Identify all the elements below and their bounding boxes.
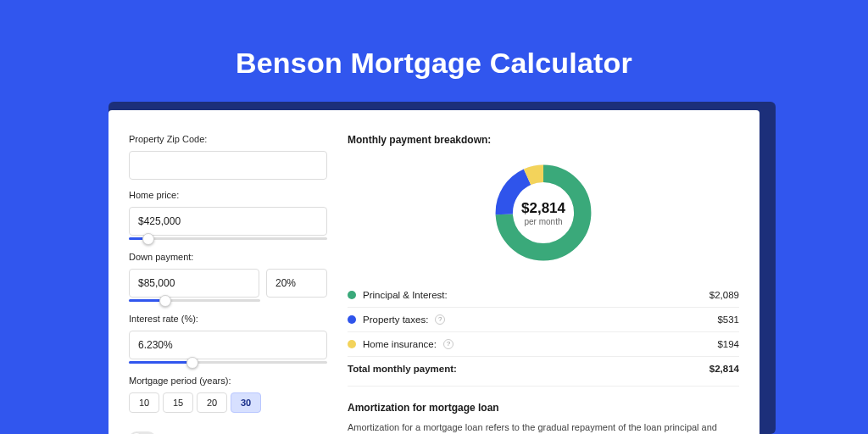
legend-value: $2,089 (709, 290, 739, 300)
legend-row-insurance: Home insurance: ? $194 (348, 331, 739, 356)
period-10-button[interactable]: 10 (129, 392, 159, 413)
legend-value: $531 (717, 314, 739, 325)
page-title: Benson Mortgage Calculator (0, 0, 868, 80)
period-buttons: 10 15 20 30 (129, 392, 327, 413)
calculator-card: Property Zip Code: Home price: Down paym… (108, 110, 760, 434)
dot-icon (348, 340, 356, 348)
zip-input[interactable] (129, 151, 327, 180)
breakdown-panel: Monthly payment breakdown: $2,814 per mo… (348, 134, 739, 434)
interest-rate-input[interactable] (129, 331, 327, 359)
period-20-button[interactable]: 20 (197, 392, 227, 413)
amortization-body: Amortization for a mortgage loan refers … (348, 420, 739, 434)
legend-row-taxes: Property taxes: ? $531 (348, 307, 739, 331)
legend-label: Home insurance: (363, 339, 437, 349)
info-icon[interactable]: ? (443, 339, 453, 349)
home-price-input[interactable] (129, 207, 327, 236)
legend-row-total: Total monthly payment: $2,814 (348, 356, 739, 381)
dot-icon (348, 315, 356, 324)
down-payment-input[interactable] (129, 269, 259, 298)
down-payment-label: Down payment: (129, 252, 327, 262)
interest-rate-label: Interest rate (%): (129, 314, 327, 324)
legend-label: Property taxes: (363, 314, 428, 325)
dot-icon (348, 291, 356, 299)
legend-total-value: $2,814 (709, 364, 739, 374)
down-payment-slider[interactable] (129, 299, 260, 302)
donut-amount: $2,814 (521, 200, 565, 217)
payment-donut-chart: $2,814 per month (492, 161, 595, 264)
zip-label: Property Zip Code: (129, 134, 327, 144)
legend-row-principal: Principal & Interest: $2,089 (348, 283, 739, 307)
period-15-button[interactable]: 15 (163, 392, 193, 413)
legend: Principal & Interest: $2,089 Property ta… (348, 283, 739, 381)
breakdown-title: Monthly payment breakdown: (348, 134, 739, 146)
period-30-button[interactable]: 30 (231, 392, 261, 413)
info-icon[interactable]: ? (435, 314, 445, 325)
legend-value: $194 (717, 339, 739, 349)
amortization-title: Amortization for mortgage loan (348, 386, 739, 420)
input-panel: Property Zip Code: Home price: Down paym… (129, 134, 327, 434)
legend-label: Principal & Interest: (363, 290, 448, 300)
down-payment-pct-input[interactable] (266, 269, 327, 298)
period-label: Mortgage period (years): (129, 376, 327, 386)
home-price-slider[interactable] (129, 237, 327, 240)
interest-rate-slider[interactable] (129, 361, 327, 364)
legend-total-label: Total monthly payment: (348, 364, 457, 374)
home-price-label: Home price: (129, 190, 327, 200)
donut-sublabel: per month (524, 217, 562, 226)
